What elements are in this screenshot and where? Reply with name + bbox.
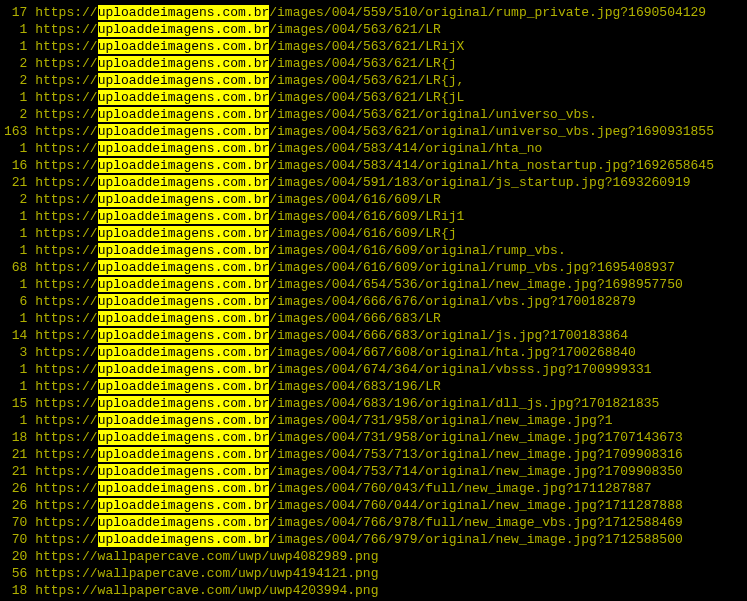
url-prefix: https:// [35, 345, 97, 360]
line-count: 1 [4, 208, 27, 225]
url-suffix: /images/004/674/364/original/vbsss.jpg?1… [269, 362, 651, 377]
match-highlight: uploaddeimagens.com.br [98, 209, 270, 224]
url-suffix: /images/004/683/196/original/dll_js.jpg?… [269, 396, 659, 411]
line-count: 70 [4, 514, 27, 531]
url-prefix: https:// [35, 260, 97, 275]
match-highlight: uploaddeimagens.com.br [98, 447, 270, 462]
url-suffix: /images/004/563/621/LR{j, [269, 73, 464, 88]
line-count: 18 [4, 582, 27, 599]
url-prefix: https:// [35, 379, 97, 394]
match-highlight: uploaddeimagens.com.br [98, 277, 270, 292]
output-line: 70 https://uploaddeimagens.com.br/images… [4, 514, 743, 531]
match-highlight: uploaddeimagens.com.br [98, 158, 270, 173]
url-suffix: /images/004/667/608/original/hta.jpg?170… [269, 345, 636, 360]
url-suffix: /images/004/753/714/original/new_image.j… [269, 464, 682, 479]
line-count: 16 [4, 157, 27, 174]
match-highlight: uploaddeimagens.com.br [98, 515, 270, 530]
line-count: 163 [4, 123, 27, 140]
output-line: 1 https://uploaddeimagens.com.br/images/… [4, 140, 743, 157]
match-highlight: uploaddeimagens.com.br [98, 22, 270, 37]
match-highlight: uploaddeimagens.com.br [98, 362, 270, 377]
url-suffix: /images/004/666/683/LR [269, 311, 441, 326]
url-suffix: /images/004/753/713/original/new_image.j… [269, 447, 682, 462]
line-count: 20 [4, 548, 27, 565]
match-highlight: uploaddeimagens.com.br [98, 124, 270, 139]
url-suffix: /images/004/766/978/full/new_image_vbs.j… [269, 515, 682, 530]
url-suffix: /images/004/563/621/LRijX [269, 39, 464, 54]
output-line: 1 https://uploaddeimagens.com.br/images/… [4, 412, 743, 429]
match-highlight: uploaddeimagens.com.br [98, 311, 270, 326]
url-suffix: /images/004/616/609/original/rump_vbs. [269, 243, 565, 258]
url-suffix: /images/004/563/621/LR{j [269, 56, 456, 71]
url-prefix: https:// [35, 277, 97, 292]
line-count: 1 [4, 276, 27, 293]
url-prefix: https:// [35, 22, 97, 37]
url-prefix: https://wallpapercave.com/uwp/uwp4194121… [35, 566, 378, 581]
output-line: 70 https://uploaddeimagens.com.br/images… [4, 531, 743, 548]
line-count: 1 [4, 89, 27, 106]
line-count: 56 [4, 565, 27, 582]
line-count: 6 [4, 293, 27, 310]
line-count: 3 [4, 344, 27, 361]
match-highlight: uploaddeimagens.com.br [98, 430, 270, 445]
url-prefix: https:// [35, 294, 97, 309]
output-line: 1 https://uploaddeimagens.com.br/images/… [4, 310, 743, 327]
url-prefix: https:// [35, 39, 97, 54]
url-suffix: /images/004/616/609/LR [269, 192, 441, 207]
line-count: 26 [4, 497, 27, 514]
url-prefix: https:// [35, 498, 97, 513]
output-line: 18 https://wallpapercave.com/uwp/uwp4203… [4, 582, 743, 599]
match-highlight: uploaddeimagens.com.br [98, 141, 270, 156]
url-suffix: /images/004/766/979/original/new_image.j… [269, 532, 682, 547]
output-line: 68 https://uploaddeimagens.com.br/images… [4, 259, 743, 276]
line-count: 21 [4, 463, 27, 480]
output-line: 16 https://uploaddeimagens.com.br/images… [4, 157, 743, 174]
output-line: 15 https://uploaddeimagens.com.br/images… [4, 395, 743, 412]
url-prefix: https:// [35, 73, 97, 88]
url-suffix: /images/004/616/609/original/rump_vbs.jp… [269, 260, 675, 275]
output-line: 17 https://uploaddeimagens.com.br/images… [4, 4, 743, 21]
url-suffix: /images/004/563/621/original/universo_vb… [269, 107, 597, 122]
url-prefix: https:// [35, 56, 97, 71]
output-line: 18 https://uploaddeimagens.com.br/images… [4, 429, 743, 446]
match-highlight: uploaddeimagens.com.br [98, 192, 270, 207]
line-count: 2 [4, 106, 27, 123]
match-highlight: uploaddeimagens.com.br [98, 481, 270, 496]
url-prefix: https:// [35, 328, 97, 343]
url-prefix: https:// [35, 447, 97, 462]
url-prefix: https:// [35, 5, 97, 20]
match-highlight: uploaddeimagens.com.br [98, 260, 270, 275]
line-count: 18 [4, 429, 27, 446]
output-line: 1 https://uploaddeimagens.com.br/images/… [4, 242, 743, 259]
output-line: 2 https://uploaddeimagens.com.br/images/… [4, 55, 743, 72]
url-prefix: https:// [35, 532, 97, 547]
line-count: 26 [4, 480, 27, 497]
line-count: 2 [4, 55, 27, 72]
output-line: 21 https://uploaddeimagens.com.br/images… [4, 463, 743, 480]
output-line: 1 https://uploaddeimagens.com.br/images/… [4, 21, 743, 38]
output-line: 6 https://uploaddeimagens.com.br/images/… [4, 293, 743, 310]
url-prefix: https://wallpapercave.com/uwp/uwp4203994… [35, 583, 378, 598]
line-count: 1 [4, 140, 27, 157]
url-prefix: https:// [35, 311, 97, 326]
match-highlight: uploaddeimagens.com.br [98, 328, 270, 343]
url-prefix: https:// [35, 226, 97, 241]
output-line: 2 https://uploaddeimagens.com.br/images/… [4, 191, 743, 208]
match-highlight: uploaddeimagens.com.br [98, 379, 270, 394]
line-count: 17 [4, 4, 27, 21]
match-highlight: uploaddeimagens.com.br [98, 498, 270, 513]
url-prefix: https:// [35, 175, 97, 190]
output-line: 1 https://uploaddeimagens.com.br/images/… [4, 208, 743, 225]
url-prefix: https:// [35, 90, 97, 105]
match-highlight: uploaddeimagens.com.br [98, 532, 270, 547]
output-line: 3 https://uploaddeimagens.com.br/images/… [4, 344, 743, 361]
url-prefix: https://wallpapercave.com/uwp/uwp4082989… [35, 549, 378, 564]
url-prefix: https:// [35, 124, 97, 139]
url-suffix: /images/004/591/183/original/js_startup.… [269, 175, 690, 190]
match-highlight: uploaddeimagens.com.br [98, 39, 270, 54]
output-line: 21 https://uploaddeimagens.com.br/images… [4, 446, 743, 463]
url-suffix: /images/004/616/609/LRij1 [269, 209, 464, 224]
url-prefix: https:// [35, 362, 97, 377]
line-count: 21 [4, 174, 27, 191]
output-line: 21 https://uploaddeimagens.com.br/images… [4, 174, 743, 191]
